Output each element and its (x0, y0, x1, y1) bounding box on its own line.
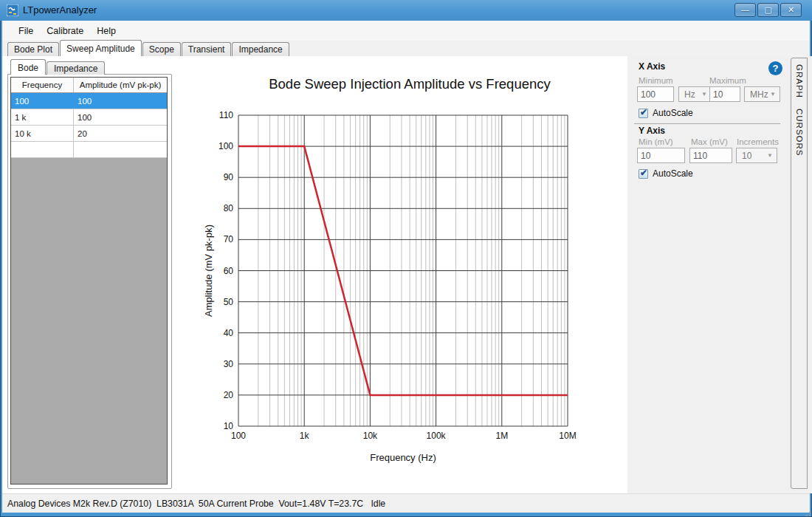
y-increments-value: 10 (742, 151, 751, 161)
menu-bar: FileCalibrateHelp (2, 21, 810, 41)
subtab-bode[interactable]: Bode (10, 59, 46, 75)
y-max-label: Max (mV) (691, 137, 728, 146)
x-tick-label: 1M (495, 431, 508, 441)
side-tab-cursors[interactable]: CURSORS (795, 109, 804, 157)
y-autoscale-checkbox[interactable]: ✔ (639, 169, 648, 179)
y-tick-label: 70 (224, 234, 234, 244)
x-min-label: Minimum (639, 76, 673, 85)
side-tab-strip: GRAPHCURSORS (791, 58, 808, 489)
table-row[interactable]: 1 k100 (11, 109, 167, 126)
check-icon: ✔ (640, 168, 647, 178)
tab-scope[interactable]: Scope (142, 42, 181, 56)
table-cell[interactable] (11, 142, 74, 157)
table-row[interactable] (11, 142, 167, 158)
side-tab-graph[interactable]: GRAPH (795, 64, 804, 98)
y-axis-label: Amplitude (mV pk-pk) (203, 225, 214, 317)
y-tick-label: 40 (224, 328, 234, 338)
table-cell[interactable]: 100 (74, 93, 167, 109)
status-bar: Analog Devices M2k Rev.D (Z7010) LB3031A… (2, 493, 810, 513)
tab-transient[interactable]: Transient (182, 42, 232, 56)
subtab-impedance[interactable]: Impedance (47, 61, 105, 75)
column-header-frequency[interactable]: Frequency (11, 78, 74, 92)
x-min-unit-value: Hz (684, 89, 695, 100)
tab-impedance[interactable]: Impedance (232, 42, 289, 56)
y-tick-label: 60 (224, 266, 234, 276)
x-autoscale-label: AutoScale (653, 108, 693, 118)
amplitude-table[interactable]: FrequencyAmplitude (mV pk-pk) 1001001 k1… (10, 77, 168, 485)
tab-sweep-amplitude[interactable]: Sweep Amplitude (60, 40, 142, 56)
check-icon: ✔ (640, 107, 647, 117)
x-max-unit-select[interactable]: MHz ▼ (744, 86, 780, 102)
y-autoscale-row: ✔ AutoScale (639, 168, 693, 179)
table-row[interactable]: 10 k20 (11, 126, 167, 142)
amplitude-chart: 1020304050607080901001101001k10k100k1M10… (171, 59, 629, 487)
y-tick-label: 90 (224, 172, 234, 182)
x-min-input[interactable] (637, 86, 674, 102)
window-title: LTpowerAnalyzer (23, 4, 97, 16)
x-axis-label: Frequency (Hz) (370, 452, 436, 463)
x-autoscale-row: ✔ AutoScale (639, 108, 693, 118)
y-max-input[interactable] (689, 148, 732, 163)
table-cell[interactable]: 100 (11, 93, 74, 109)
y-tick-label: 20 (224, 390, 234, 400)
y-tick-label: 10 (224, 421, 234, 431)
y-tick-label: 30 (224, 359, 234, 369)
x-autoscale-checkbox[interactable]: ✔ (639, 109, 648, 118)
section-divider (634, 123, 780, 124)
x-axis-section-title: X Axis (639, 61, 665, 72)
chevron-down-icon: ▼ (701, 92, 707, 97)
table-cell[interactable]: 100 (74, 109, 167, 125)
sweep-amplitude-page: BodeImpedance FrequencyAmplitude (mV pk-… (2, 56, 810, 493)
x-max-unit-value: MHz (750, 89, 768, 100)
y-tick-label: 80 (224, 203, 234, 213)
y-increments-select[interactable]: 10 ▼ (736, 148, 777, 163)
menu-item-file[interactable]: File (12, 23, 40, 39)
table-cell[interactable] (74, 142, 167, 157)
side-tab-zone: GRAPHCURSORS (787, 56, 812, 493)
chevron-down-icon: ▼ (767, 153, 773, 159)
x-tick-label: 100 (231, 431, 246, 441)
tab-bode-plot[interactable]: Bode Plot (7, 42, 59, 56)
app-icon (7, 4, 18, 16)
minimize-button[interactable]: — (734, 3, 756, 17)
table-row[interactable]: 100100 (11, 93, 167, 109)
chart-title: Bode Sweep Injection Amplitude vs Freque… (269, 76, 551, 92)
x-tick-label: 10k (363, 431, 378, 441)
axis-settings-panel: X Axis ? Minimum Maximum Hz ▼ MHz ▼ ✔ Au… (627, 56, 787, 493)
help-icon[interactable]: ? (768, 61, 782, 75)
table-cell[interactable]: 10 k (11, 126, 74, 141)
y-axis-section-title: Y Axis (639, 126, 665, 136)
x-tick-label: 100k (427, 431, 447, 441)
close-button[interactable]: ✕ (780, 3, 802, 17)
y-autoscale-label: AutoScale (653, 168, 693, 179)
chevron-down-icon: ▼ (770, 92, 776, 97)
y-tick-label: 50 (224, 297, 234, 307)
main-tab-strip: Bode PlotSweep AmplitudeScopeTransientIm… (2, 41, 810, 56)
y-increments-label: Increments (737, 137, 779, 146)
bode-table-panel: FrequencyAmplitude (mV pk-pk) 1001001 k1… (7, 74, 172, 489)
column-header-amplitude-mv-pk-pk[interactable]: Amplitude (mV pk-pk) (74, 78, 167, 92)
title-bar[interactable]: LTpowerAnalyzer —▢✕ (0, 0, 812, 21)
y-min-label: Min (mV) (639, 137, 673, 146)
status-text: Analog Devices M2k Rev.D (Z7010) LB3031A… (2, 499, 385, 509)
x-min-unit-select[interactable]: Hz ▼ (678, 86, 712, 102)
table-cell[interactable]: 20 (74, 126, 167, 141)
x-max-input[interactable] (709, 86, 740, 102)
x-tick-label: 1k (300, 431, 310, 441)
left-sub-tab-strip: BodeImpedance (10, 59, 106, 75)
y-tick-label: 110 (219, 110, 233, 120)
maximize-button[interactable]: ▢ (757, 3, 779, 17)
y-min-input[interactable] (637, 148, 685, 163)
window-controls: —▢✕ (734, 3, 802, 17)
menu-item-help[interactable]: Help (90, 23, 123, 39)
x-tick-label: 10M (559, 431, 576, 441)
menu-item-calibrate[interactable]: Calibrate (40, 23, 90, 39)
table-header-row: FrequencyAmplitude (mV pk-pk) (11, 78, 167, 93)
x-max-label: Maximum (709, 76, 746, 85)
y-tick-label: 100 (219, 141, 233, 151)
app-window: LTpowerAnalyzer —▢✕ FileCalibrateHelp Bo… (0, 0, 812, 517)
table-cell[interactable]: 1 k (11, 109, 74, 125)
resize-grip-icon[interactable] (806, 509, 808, 510)
